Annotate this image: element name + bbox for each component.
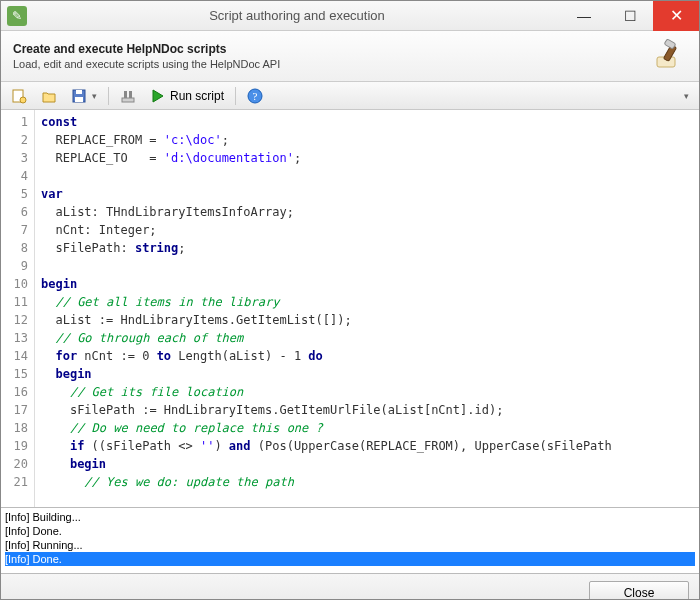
output-line[interactable]: [Info] Building... [5, 510, 695, 524]
new-script-button[interactable] [5, 84, 33, 108]
code-line[interactable]: REPLACE_FROM = 'c:\doc'; [41, 131, 693, 149]
header-title: Create and execute HelpNDoc scripts [13, 42, 653, 56]
code-line[interactable]: sFilePath := HndLibraryItems.GetItemUrlF… [41, 401, 693, 419]
line-gutter: 123456789101112131415161718192021 [1, 110, 35, 507]
line-number: 13 [1, 329, 28, 347]
svg-rect-8 [122, 98, 134, 102]
line-number: 7 [1, 221, 28, 239]
line-number: 11 [1, 293, 28, 311]
line-number: 3 [1, 149, 28, 167]
header-icon [653, 39, 687, 73]
line-number: 9 [1, 257, 28, 275]
line-number: 1 [1, 113, 28, 131]
app-icon: ✎ [7, 6, 27, 26]
header: Create and execute HelpNDoc scripts Load… [1, 31, 699, 82]
window-title: Script authoring and execution [33, 8, 561, 23]
line-number: 21 [1, 473, 28, 491]
code-line[interactable]: var [41, 185, 693, 203]
svg-text:?: ? [253, 90, 258, 102]
run-script-label: Run script [170, 89, 224, 103]
save-script-button[interactable]: ▾ [65, 84, 103, 108]
code-line[interactable]: aList := HndLibraryItems.GetItemList([])… [41, 311, 693, 329]
svg-marker-11 [153, 90, 163, 102]
line-number: 5 [1, 185, 28, 203]
output-line[interactable]: [Info] Done. [5, 524, 695, 538]
svg-rect-7 [75, 97, 83, 102]
code-line[interactable]: if ((sFilePath <> '') and (Pos(UpperCase… [41, 437, 693, 455]
line-number: 14 [1, 347, 28, 365]
svg-rect-10 [129, 91, 132, 98]
close-window-button[interactable]: ✕ [653, 1, 699, 31]
line-number: 16 [1, 383, 28, 401]
code-line[interactable]: // Get all items in the library [41, 293, 693, 311]
svg-rect-2 [664, 39, 676, 49]
line-number: 15 [1, 365, 28, 383]
line-number: 20 [1, 455, 28, 473]
code-line[interactable]: begin [41, 455, 693, 473]
code-line[interactable]: const [41, 113, 693, 131]
line-number: 2 [1, 131, 28, 149]
code-line[interactable]: nCnt: Integer; [41, 221, 693, 239]
code-line[interactable]: aList: THndLibraryItemsInfoArray; [41, 203, 693, 221]
help-button[interactable]: ? [241, 84, 269, 108]
code-line[interactable] [41, 167, 693, 185]
code-line[interactable]: // Do we need to replace this one ? [41, 419, 693, 437]
code-line[interactable]: for nCnt := 0 to Length(aList) - 1 do [41, 347, 693, 365]
line-number: 12 [1, 311, 28, 329]
close-button-label: Close [624, 586, 655, 600]
separator [235, 87, 236, 105]
code-editor[interactable]: 123456789101112131415161718192021 const … [1, 110, 699, 508]
dropdown-icon: ▾ [92, 91, 97, 101]
line-number: 19 [1, 437, 28, 455]
maximize-button[interactable]: ☐ [607, 1, 653, 31]
open-script-button[interactable] [35, 84, 63, 108]
line-number: 17 [1, 401, 28, 419]
header-subtitle: Load, edit and execute scripts using the… [13, 58, 653, 70]
minimize-button[interactable]: — [561, 1, 607, 31]
code-line[interactable] [41, 257, 693, 275]
line-number: 18 [1, 419, 28, 437]
line-number: 6 [1, 203, 28, 221]
build-script-button[interactable] [114, 84, 142, 108]
code-line[interactable]: // Yes we do: update the path [41, 473, 693, 491]
code-line[interactable]: sFilePath: string; [41, 239, 693, 257]
code-line[interactable]: REPLACE_TO = 'd:\documentation'; [41, 149, 693, 167]
footer: Close [1, 574, 699, 600]
run-script-button[interactable]: Run script [144, 84, 230, 108]
line-number: 10 [1, 275, 28, 293]
svg-rect-9 [124, 91, 127, 98]
code-line[interactable]: // Go through each of them [41, 329, 693, 347]
close-button[interactable]: Close [589, 581, 689, 600]
toolbar-menu-button[interactable]: ▾ [677, 87, 695, 105]
line-number: 8 [1, 239, 28, 257]
separator [108, 87, 109, 105]
line-number: 4 [1, 167, 28, 185]
code-line[interactable]: begin [41, 275, 693, 293]
title-bar: ✎ Script authoring and execution — ☐ ✕ [1, 1, 699, 31]
output-line[interactable]: [Info] Running... [5, 538, 695, 552]
code-line[interactable]: begin [41, 365, 693, 383]
code-area[interactable]: const REPLACE_FROM = 'c:\doc'; REPLACE_T… [35, 110, 699, 507]
output-line[interactable]: [Info] Done. [5, 552, 695, 566]
toolbar: ▾ Run script ? ▾ [1, 82, 699, 110]
code-line[interactable]: // Get its file location [41, 383, 693, 401]
svg-rect-6 [76, 90, 82, 94]
output-panel[interactable]: [Info] Building...[Info] Done.[Info] Run… [1, 508, 699, 574]
svg-point-4 [20, 97, 26, 103]
